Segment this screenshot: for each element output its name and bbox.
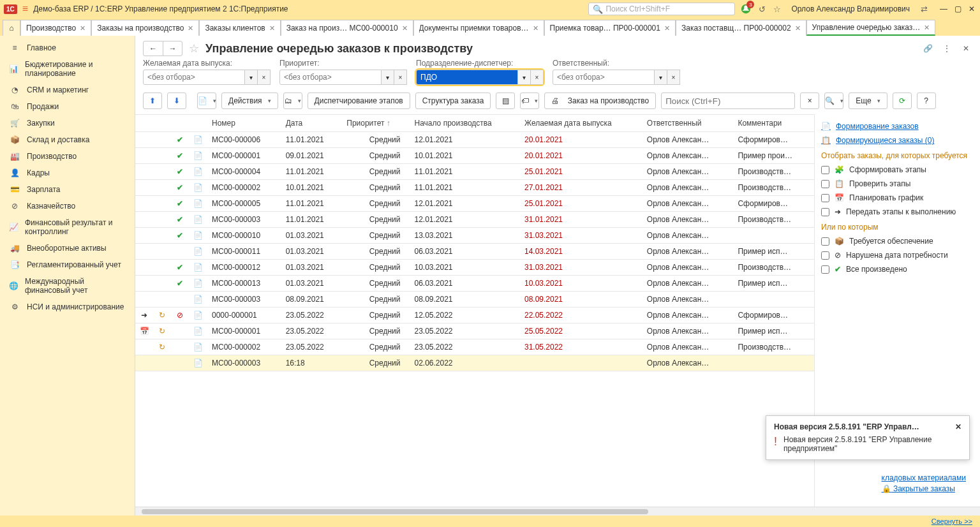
table-row[interactable]: 📄МС00-00000308.09.2021Средний08.09.20210…	[135, 292, 814, 308]
maximize-icon[interactable]: ▢	[953, 4, 962, 13]
star-icon[interactable]: ☆	[772, 4, 782, 14]
filter-priority-input[interactable]	[279, 70, 382, 85]
collapse-link[interactable]: Свернуть >>	[932, 517, 972, 525]
burger-icon[interactable]: ≡	[22, 3, 28, 15]
sp-opt-plan-schedule[interactable]: 📅Планировать график	[821, 191, 974, 205]
minimize-icon[interactable]: —	[939, 4, 948, 13]
table-row[interactable]: ✔📄МС00-00000611.01.2021Средний12.01.2021…	[135, 132, 814, 148]
clear-icon[interactable]: ×	[531, 70, 544, 85]
move-down-button[interactable]: ⬇	[167, 93, 186, 109]
tab-7[interactable]: Управление очередью заказ…✕	[806, 20, 936, 36]
tab-close-icon[interactable]: ✕	[924, 24, 930, 32]
table-row[interactable]: ✔📄МС00-00001301.03.2021Средний06.03.2021…	[135, 276, 814, 292]
table-row[interactable]: 📅↻📄МС00-00000123.05.2022Средний23.05.202…	[135, 323, 814, 339]
copy-button[interactable]: 📄	[197, 93, 216, 109]
move-up-button[interactable]: ⬆	[143, 93, 162, 109]
table-row[interactable]: ✔📄МС00-00000210.01.2021Средний11.01.2021…	[135, 180, 814, 196]
more-button[interactable]: Еще	[849, 93, 887, 109]
sidebar-item-8[interactable]: 💳Зарплата	[0, 181, 135, 198]
sidebar-item-13[interactable]: 🌐Международный финансовый учет	[0, 273, 135, 299]
table-row[interactable]: ↻📄МС00-00000223.05.2022Средний23.05.2022…	[135, 339, 814, 355]
new-order-button[interactable]: 🖨 Заказ на производство	[544, 93, 656, 109]
sidebar-item-11[interactable]: 🚚Внеоборотные активы	[0, 240, 135, 256]
table-row[interactable]: ➜↻⊘📄0000-00000123.05.2022Средний12.05.20…	[135, 308, 814, 323]
column-header-0[interactable]	[135, 115, 153, 132]
sidebar-item-12[interactable]: 📑Регламентированный учет	[0, 256, 135, 273]
tab-close-icon[interactable]: ✕	[269, 24, 275, 33]
dropdown-icon[interactable]: ▾	[655, 70, 667, 85]
table-row[interactable]: ✔📄МС00-00001001.03.2021Средний13.03.2021…	[135, 228, 814, 244]
column-header-2[interactable]	[171, 115, 189, 132]
home-tab[interactable]: ⌂	[3, 20, 20, 36]
tab-close-icon[interactable]: ✕	[795, 24, 801, 33]
clear-search-button[interactable]: ×	[800, 93, 819, 109]
tab-2[interactable]: Заказы клиентов✕	[199, 20, 280, 36]
sidebar-item-2[interactable]: ◔CRM и маркетинг	[0, 82, 135, 98]
close-icon[interactable]: ✕	[967, 4, 976, 13]
structure-button[interactable]: Структура заказа	[415, 93, 491, 109]
filter-unit-input[interactable]	[416, 70, 518, 85]
sidebar-item-0[interactable]: ≡Главное	[0, 40, 135, 56]
tag-button[interactable]: 🏷	[520, 93, 539, 109]
sp-link-forming-orders[interactable]: 📋Формирующиеся заказы (0)	[821, 133, 974, 147]
clear-icon[interactable]: ×	[394, 70, 407, 85]
column-header-7[interactable]: Начало производства	[409, 115, 519, 132]
table-row[interactable]: ✔📄МС00-00000411.01.2021Средний11.01.2021…	[135, 164, 814, 180]
favorite-star-icon[interactable]: ☆	[189, 41, 199, 56]
tab-close-icon[interactable]: ✕	[533, 24, 538, 33]
sp-link-form-orders[interactable]: 📄Формирование заказов	[821, 119, 974, 133]
kebab-icon[interactable]: ⋮	[940, 42, 953, 55]
actions-button[interactable]: Действия	[221, 93, 278, 109]
sidebar-item-7[interactable]: 👤Кадры	[0, 165, 135, 181]
table-search-input[interactable]	[661, 93, 795, 109]
find-button[interactable]: 🔍	[824, 93, 843, 109]
sp-opt-check-stages[interactable]: 📋Проверить этапы	[821, 177, 974, 191]
history-icon[interactable]: ↺	[757, 4, 767, 14]
list-button[interactable]: ▤	[496, 93, 515, 109]
sidebar-item-1[interactable]: 📊Бюджетирование и планирование	[0, 56, 135, 82]
notification-close-icon[interactable]: ✕	[955, 422, 961, 431]
page-close-icon[interactable]: ✕	[960, 42, 972, 55]
tab-close-icon[interactable]: ✕	[188, 24, 193, 33]
notification-bell[interactable]: 3	[740, 3, 752, 15]
sp-opt-date-violated[interactable]: ⊘Нарушена дата потребности	[821, 248, 974, 262]
table-row[interactable]: 📄МС00-00000316:18Средний02.06.2022Орлов …	[135, 355, 814, 371]
refresh-button[interactable]: ⟳	[893, 93, 912, 109]
group-button[interactable]: 🗂	[283, 93, 302, 109]
user-name[interactable]: Орлов Александр Владимирович	[791, 4, 910, 13]
sp-opt-transfer-stages[interactable]: ➜Передать этапы к выполнению	[821, 205, 974, 219]
sidebar-item-5[interactable]: 📦Склад и доставка	[0, 131, 135, 148]
nav-back-button[interactable]: ←	[144, 41, 163, 56]
tab-3[interactable]: Заказ на произ… МС00-000010✕	[281, 20, 413, 36]
tab-close-icon[interactable]: ✕	[664, 24, 670, 33]
clear-icon[interactable]: ×	[667, 70, 680, 85]
column-header-3[interactable]	[189, 115, 207, 132]
tab-1[interactable]: Заказы на производство✕	[91, 20, 199, 36]
sidebar-item-4[interactable]: 🛒Закупки	[0, 115, 135, 131]
sidebar-item-10[interactable]: 📈Финансовый результат и контроллинг	[0, 214, 135, 240]
dropdown-icon[interactable]: ▾	[518, 70, 531, 85]
sidebar-item-6[interactable]: 🏭Производство	[0, 148, 135, 165]
table-row[interactable]: ✔📄МС00-00001201.03.2021Средний10.03.2021…	[135, 260, 814, 276]
help-button[interactable]: ?	[917, 93, 936, 109]
sidebar-item-9[interactable]: ⊘Казначейство	[0, 198, 135, 214]
extra-link-materials[interactable]: кладовых материалами	[882, 473, 966, 482]
sp-opt-form-stages[interactable]: 🧩Сформировать этапы	[821, 163, 974, 177]
filter-resp-input[interactable]	[553, 70, 655, 85]
global-search[interactable]: 🔍 Поиск Ctrl+Shift+F	[588, 3, 735, 15]
tab-6[interactable]: Заказ поставщ… ПР00-000002✕	[676, 20, 806, 36]
column-header-9[interactable]: Ответственный	[642, 115, 733, 132]
tab-4[interactable]: Документы приемки товаров…✕	[413, 20, 544, 36]
nav-forward-button[interactable]: →	[163, 41, 182, 56]
sidebar-item-3[interactable]: 🛍Продажи	[0, 98, 135, 115]
tab-0[interactable]: Производство✕	[20, 20, 91, 36]
tab-5[interactable]: Приемка товар… ПР00-000001✕	[544, 20, 676, 36]
horizontal-scrollbar[interactable]	[135, 507, 980, 516]
table-row[interactable]: ✔📄МС00-00000311.01.2021Средний12.01.2021…	[135, 212, 814, 228]
extra-link-closed-orders[interactable]: 🔒 Закрытые заказы	[882, 484, 966, 493]
column-header-10[interactable]: Комментари	[732, 115, 814, 132]
filter-date-input[interactable]	[143, 70, 245, 85]
sp-opt-all-produced[interactable]: ✔Все произведено	[821, 262, 974, 276]
column-header-5[interactable]: Дата	[281, 115, 342, 132]
link-icon[interactable]: 🔗	[921, 42, 934, 55]
